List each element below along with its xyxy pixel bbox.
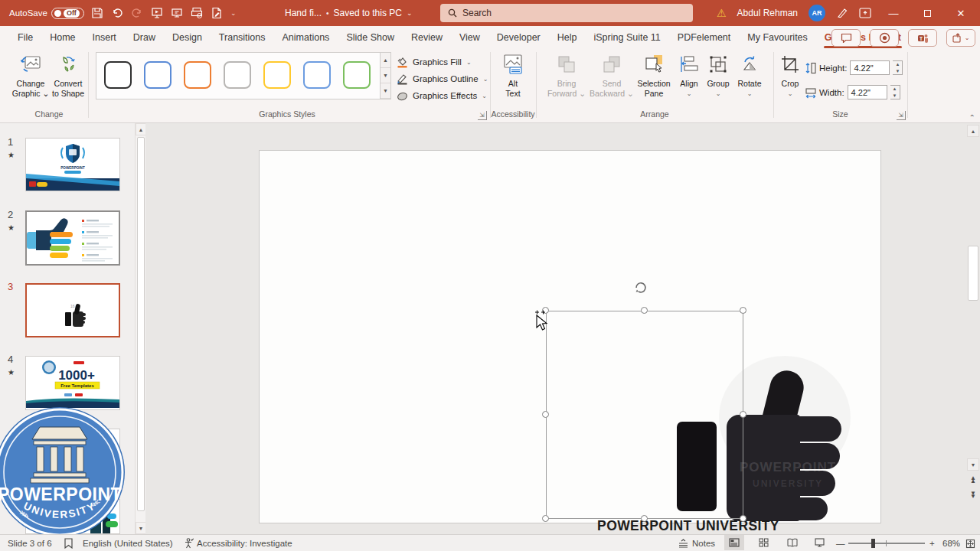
gallery-up-button[interactable]: ▲ [381, 53, 390, 68]
scrollbar-thumb[interactable] [968, 246, 978, 301]
zoom-out-button[interactable]: — [836, 535, 845, 551]
slide-thumbnail-2[interactable] [25, 210, 120, 266]
tab-slide-show[interactable]: Slide Show [338, 26, 403, 49]
scroll-up-icon[interactable]: ▲ [967, 125, 979, 137]
maximize-button[interactable] [916, 0, 939, 26]
minimize-button[interactable]: — [882, 0, 905, 26]
graphics-style-swatch-2[interactable] [144, 61, 172, 89]
zoom-level[interactable]: 68% [942, 535, 960, 551]
slide-thumbnail-4[interactable]: 1000+ Free Templates [25, 356, 120, 410]
language-indicator[interactable]: English (United States) [83, 535, 173, 551]
next-slide-button[interactable]: ▼▼ [967, 489, 979, 500]
thumbnail-scrollbar[interactable]: ▲ ▼ [135, 123, 145, 534]
height-down-icon[interactable]: ▼ [893, 68, 902, 75]
tab-my-favourites[interactable]: My Favourites [739, 26, 816, 49]
graphics-style-swatch-3[interactable] [184, 61, 211, 89]
warning-icon[interactable]: ⚠ [717, 7, 727, 19]
scroll-down-icon[interactable]: ▼ [967, 458, 979, 471]
tab-file[interactable]: File [9, 26, 41, 49]
width-input[interactable]: 4.22" [848, 85, 887, 99]
group-button[interactable]: Group ⌄ [703, 52, 733, 99]
tab-developer[interactable]: Developer [488, 26, 549, 49]
graphics-fill-button[interactable]: Graphics Fill ⌄ [397, 54, 472, 70]
accessibility-status[interactable]: Accessibility: Investigate [197, 535, 292, 551]
zoom-slider[interactable] [848, 535, 925, 551]
tab-pdfelement[interactable]: PDFelement [669, 26, 739, 49]
notes-button[interactable]: Notes [678, 535, 715, 551]
presenter-view-icon[interactable] [171, 7, 184, 20]
change-graphic-button[interactable]: Change Graphic ⌄ [11, 52, 51, 99]
zoom-in-button[interactable]: + [929, 535, 935, 551]
avatar[interactable]: AR [808, 5, 825, 21]
rotate-button[interactable]: Rotate ⌄ [733, 52, 766, 99]
tab-view[interactable]: View [451, 26, 488, 49]
scrollbar-thumb[interactable] [137, 137, 145, 511]
tab-help[interactable]: Help [549, 26, 586, 49]
size-dialog-launcher-icon[interactable]: ⇲ [897, 111, 906, 120]
scroll-up-icon[interactable]: ▲ [136, 123, 146, 135]
width-down-icon[interactable]: ▼ [890, 93, 900, 99]
rotate-handle-icon[interactable] [632, 279, 648, 298]
height-input[interactable]: 4.22" [850, 60, 890, 75]
height-stepper[interactable]: ▲▼ [893, 60, 903, 75]
graphics-styles-gallery[interactable] [96, 52, 381, 99]
qat-overflow-icon[interactable]: ⌄ [230, 9, 236, 17]
thumbs-up-finger[interactable] [771, 497, 828, 520]
selection-handle[interactable] [740, 515, 746, 522]
alt-text-button[interactable]: Alt Text [494, 52, 532, 99]
ribbon-display-options-icon[interactable] [859, 8, 871, 18]
slide-thumbnail-1[interactable]: POWERPOINT [25, 138, 120, 191]
fit-to-window-icon[interactable] [965, 535, 975, 551]
reading-view-button[interactable] [782, 535, 802, 550]
selection-handle[interactable] [740, 411, 746, 418]
normal-view-button[interactable] [724, 535, 744, 550]
present-in-teams-button[interactable]: T [908, 29, 937, 47]
ink-pen-icon[interactable] [836, 7, 848, 19]
zoom-thumb[interactable] [871, 539, 875, 548]
width-up-icon[interactable]: ▲ [890, 86, 900, 93]
gallery-down-button[interactable]: ▼ [381, 68, 390, 83]
slide-sorter-view-button[interactable] [753, 535, 773, 550]
height-up-icon[interactable]: ▲ [893, 61, 902, 68]
quick-print-icon[interactable] [191, 7, 204, 20]
selection-handle[interactable] [641, 307, 648, 314]
tab-draw[interactable]: Draw [125, 26, 164, 49]
save-icon[interactable] [91, 7, 104, 20]
align-button[interactable]: Align ⌄ [675, 52, 703, 99]
collapse-ribbon-icon[interactable]: ⌃ [969, 113, 975, 122]
autosave-toggle[interactable]: AutoSave Off [9, 8, 84, 19]
close-button[interactable]: ✕ [949, 0, 972, 26]
selection-bounding-box[interactable] [546, 311, 743, 519]
slide-caption-text[interactable]: POWERPOINT UNIVERSITY [554, 518, 822, 534]
graphics-style-swatch-6[interactable] [303, 61, 331, 89]
slideshow-view-button[interactable] [809, 535, 829, 550]
tab-animations[interactable]: Animations [274, 26, 338, 49]
tab-ispring-suite-11[interactable]: iSpring Suite 11 [586, 26, 669, 49]
undo-icon[interactable] [111, 7, 124, 20]
convert-to-shape-button[interactable]: Convert to Shape [49, 52, 87, 99]
graphics-style-swatch-1[interactable] [104, 61, 132, 89]
selection-pane-button[interactable]: Selection Pane [634, 52, 674, 99]
graphics-outline-button[interactable]: Graphics Outline ⌄ [397, 71, 488, 86]
slide-indicator[interactable]: Slide 3 of 6 [8, 535, 52, 551]
slide-thumbnail-3-active[interactable]: 16 [25, 283, 120, 337]
slideshow-icon[interactable] [151, 7, 164, 20]
theme-icon[interactable] [64, 535, 73, 551]
comments-button[interactable] [831, 29, 861, 47]
graphics-effects-button[interactable]: Graphics Effects ⌄ [397, 88, 487, 103]
tab-design[interactable]: Design [164, 26, 211, 49]
slide-canvas[interactable]: POWERPOINT UNIVERSITY POWERPOINT UNIVERS… [145, 123, 966, 534]
dialog-launcher-icon[interactable]: ⇲ [478, 111, 487, 120]
document-edit-icon[interactable] [211, 7, 224, 20]
user-name[interactable]: Abdul Rehman [737, 8, 798, 18]
tab-home[interactable]: Home [41, 26, 83, 49]
selection-handle[interactable] [740, 307, 746, 314]
redo-icon[interactable] [131, 7, 144, 20]
graphics-style-swatch-5[interactable] [263, 61, 291, 89]
previous-slide-button[interactable]: ▲▲ [967, 474, 979, 485]
document-title[interactable]: Hand fi... • Saved to this PC ⌄ [285, 0, 412, 26]
canvas-scrollbar[interactable]: ▲ ▼ ▲▲ ▼▼ [966, 123, 980, 534]
record-button[interactable] [870, 29, 899, 47]
crop-button[interactable]: Crop ⌄ [775, 52, 805, 99]
selection-handle[interactable] [542, 411, 549, 418]
